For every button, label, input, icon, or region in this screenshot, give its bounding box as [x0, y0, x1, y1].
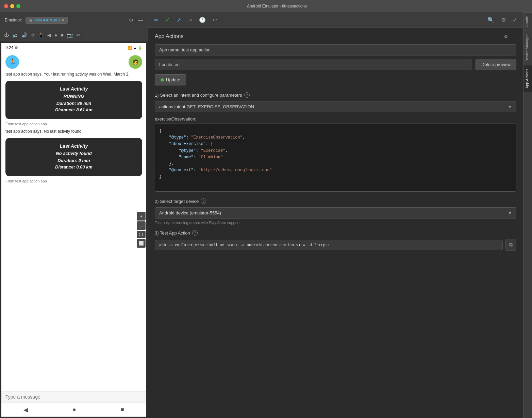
side-tabs: Gradle Device Manager App Actions [523, 12, 532, 418]
volume-up-icon[interactable]: 🔊 [21, 32, 27, 38]
card1-title: Last Activity [11, 86, 137, 92]
message-input-bar [1, 391, 146, 402]
from-label-1: From test app action app [5, 122, 142, 126]
close-button[interactable] [4, 4, 8, 8]
device-hint: Test only on running device with Play St… [155, 221, 516, 225]
message-input[interactable] [5, 394, 142, 400]
app-actions-panel: ✏ ✓ ↗ ⇥ 🕐 ↩ 🔍 ⚙ ⤢ App Actions ⚙ — [148, 12, 523, 418]
from-label-2: From test app action app [5, 179, 142, 183]
window-title: Android Emulator - fitnessactions [26, 4, 528, 9]
clock-icon[interactable]: 🕐 [198, 15, 207, 25]
step2-label: 2) Select target device ? [155, 198, 516, 204]
screenshot-button[interactable]: ⬜ [137, 239, 146, 248]
json-editor[interactable]: { "@type": "ExerciseObservation", "about… [155, 124, 516, 192]
activity-card-1: Last Activity RUNNING Duration: 89 min D… [5, 81, 142, 119]
app-actions-tab[interactable]: App Actions [523, 65, 532, 92]
emulator-minimize-icon[interactable]: — [137, 17, 144, 23]
fold-icon[interactable]: 📱 [38, 32, 44, 38]
settings-gear-icon[interactable]: ⚙ [15, 46, 18, 50]
section-settings-icon[interactable]: ⚙ [504, 34, 508, 39]
step1-label: 1) Select an intent and configure parame… [155, 92, 516, 98]
device-dropdown[interactable]: Android device (emulator-5554) ▼ [155, 207, 516, 219]
emulator-settings-icon[interactable]: ⚙ [128, 17, 135, 23]
nav-bar: ◀ ● ■ [1, 402, 146, 417]
app-actions-content[interactable]: App Actions ⚙ — Delete preview Update 1 [148, 28, 523, 418]
gradle-tab[interactable]: Gradle [523, 12, 532, 31]
nav-home-icon[interactable]: ● [72, 406, 76, 413]
nav-recents-icon[interactable]: ■ [120, 406, 124, 413]
zoom-controls: + — 1:1 ⬜ [137, 212, 146, 248]
card1-subtitle: RUNNING [11, 94, 137, 99]
app-name-field[interactable] [155, 44, 516, 55]
minimize-button[interactable] [10, 4, 14, 8]
expand-toolbar-icon[interactable]: ⤢ [511, 15, 518, 25]
adb-copy-button[interactable]: ⧉ [505, 239, 516, 251]
chat-avatars: 🏃 🧑 [5, 55, 142, 69]
maximize-button[interactable] [16, 4, 20, 8]
step1-help-icon[interactable]: ? [244, 92, 250, 98]
emulator-tab[interactable]: 🖥 Pixel 4 API 30 2 ✕ [26, 17, 68, 24]
search-toolbar-icon[interactable]: 🔍 [486, 15, 496, 25]
pencil-icon[interactable]: ✏ [153, 15, 160, 25]
undo-toolbar-icon[interactable]: ↩ [211, 15, 218, 25]
section-minimize-icon[interactable]: — [512, 34, 516, 39]
adb-command-field[interactable] [155, 240, 503, 250]
intent-dropdown-arrow-icon: ▼ [508, 104, 512, 109]
home-icon[interactable]: ● [54, 32, 57, 38]
step2-help-icon[interactable]: ? [201, 198, 206, 204]
card2-title: Last Activity [11, 143, 137, 149]
main-content: Emulator: 🖥 Pixel 4 API 30 2 ✕ ⚙ — ⏻ 🔉 🔊… [0, 12, 532, 418]
emulator-label: Emulator: [3, 17, 23, 23]
wifi-icon: 📶 [128, 46, 132, 50]
card2-distance: Distance: 0.00 km [11, 164, 137, 170]
update-button-label: Update [166, 77, 180, 82]
device-icon: 🖥 [29, 18, 32, 22]
rotate-icon[interactable]: ⟳ [31, 32, 35, 38]
phone-wrapper: 9:24 ⚙ 📶 ▲ 🔋 🏃 🧑 tes [0, 42, 148, 418]
undo-icon[interactable]: ↩ [76, 32, 80, 38]
intent-dropdown[interactable]: actions.intent.GET_EXERCISE_OBSERVATION … [155, 101, 516, 112]
zoom-ratio-label: 1:1 [137, 231, 146, 238]
pin-icon[interactable]: ⇥ [186, 15, 194, 25]
traffic-lights [4, 4, 20, 8]
locale-row: Delete preview [155, 59, 516, 70]
recents-icon[interactable]: ■ [61, 32, 63, 38]
emulator-panel: Emulator: 🖥 Pixel 4 API 30 2 ✕ ⚙ — ⏻ 🔉 🔊… [0, 12, 148, 418]
phone-screen[interactable]: 9:24 ⚙ 📶 ▲ 🔋 🏃 🧑 tes [1, 43, 146, 417]
adb-row: ⧉ [155, 239, 516, 251]
volume-down-icon[interactable]: 🔉 [12, 32, 18, 38]
nav-back-icon[interactable]: ◀ [23, 406, 28, 414]
step3-help-icon[interactable]: ? [192, 230, 198, 236]
card1-duration: Duration: 89 min [11, 101, 137, 106]
zoom-in-button[interactable]: + [137, 212, 146, 221]
update-dot-icon [161, 78, 164, 82]
activity-card-2: Last Activity No activity found Duration… [5, 138, 142, 176]
chat-content[interactable]: 🏃 🧑 test app action says, Your last runn… [1, 52, 146, 391]
check-icon[interactable]: ✓ [164, 15, 171, 25]
right-toolbar-icons: 🔍 ⚙ ⤢ [486, 15, 518, 25]
step2-text: 2) Select target device [155, 199, 199, 204]
step3-label: 3) Test App Action ? [155, 230, 516, 236]
app-actions-toolbar: ✏ ✓ ↗ ⇥ 🕐 ↩ 🔍 ⚙ ⤢ [148, 12, 523, 28]
step1-text: 1) Select an intent and configure parame… [155, 93, 242, 98]
locale-field[interactable] [155, 59, 472, 70]
power-icon[interactable]: ⏻ [4, 32, 9, 38]
chat-message-1: test app action says, Your last running … [5, 71, 142, 77]
camera-icon[interactable]: 📷 [67, 32, 73, 38]
zoom-out-button[interactable]: — [137, 221, 146, 230]
delete-preview-button[interactable]: Delete preview [476, 59, 516, 70]
arrow-up-icon[interactable]: ↗ [175, 15, 182, 25]
signal-icon: ▲ [133, 46, 137, 50]
settings-toolbar-icon[interactable]: ⚙ [500, 15, 507, 25]
section-icons: ⚙ — [504, 34, 516, 39]
tab-close-icon[interactable]: ✕ [62, 18, 65, 22]
back-icon[interactable]: ◀ [47, 32, 51, 38]
param-label: exerciseObservation: [155, 116, 516, 122]
card2-duration: Duration: 0 min [11, 158, 137, 163]
battery-icon: 🔋 [138, 46, 142, 50]
step3-text: 3) Test App Action [155, 230, 190, 236]
more-icon[interactable]: ⋮ [84, 32, 88, 38]
update-button[interactable]: Update [155, 74, 186, 85]
device-manager-tab[interactable]: Device Manager [523, 31, 532, 65]
status-bar: 9:24 ⚙ 📶 ▲ 🔋 [1, 43, 146, 52]
